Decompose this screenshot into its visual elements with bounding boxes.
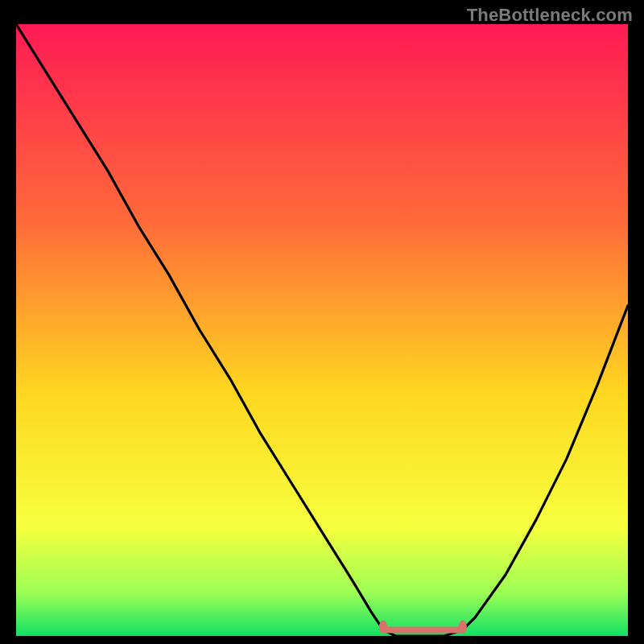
- gradient-plot-area: [16, 24, 628, 636]
- bottleneck-chart: [16, 24, 628, 636]
- watermark-text: TheBottleneck.com: [467, 5, 633, 26]
- chart-frame: [16, 24, 628, 636]
- flat-region-marker: [379, 621, 387, 634]
- flat-region-marker: [459, 621, 467, 634]
